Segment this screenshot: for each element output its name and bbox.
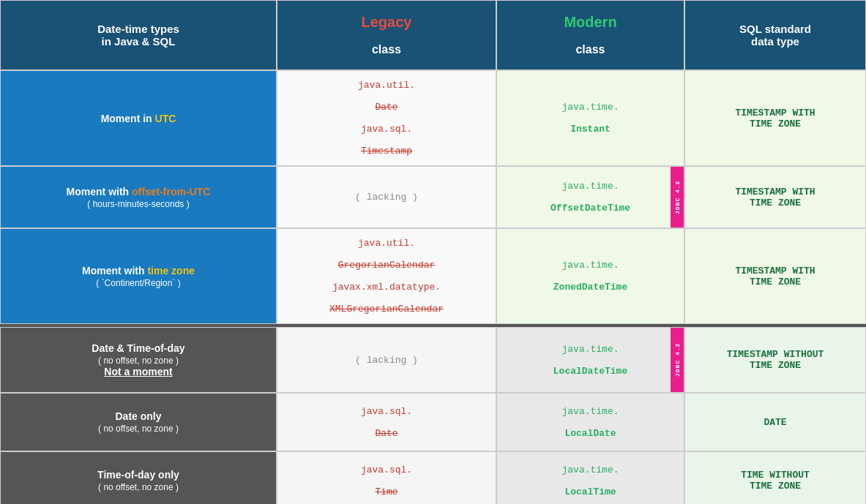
label-time-only: Time-of-day only( no offset, no zone ): [0, 451, 277, 504]
legacy-utc: java.util. Date java.sql. Timestamp: [277, 70, 496, 166]
label-utc: Moment in UTC: [0, 70, 277, 166]
sql-timezone: TIMESTAMP WITHTIME ZONE: [684, 228, 866, 324]
header-col4: SQL standarddata type: [684, 0, 866, 70]
jdbc-badge-offset: JDBC 4.2: [671, 167, 684, 227]
legacy-date-only: java.sql. Date: [277, 393, 496, 451]
modern-utc: java.time. Instant: [496, 70, 684, 166]
header-col4-text: SQL standarddata type: [739, 23, 811, 48]
sql-utc: TIMESTAMP WITHTIME ZONE: [684, 70, 866, 166]
header-col2-class: class: [372, 43, 401, 56]
label-utc-text: Moment in UTC: [101, 113, 176, 124]
modern-offset: java.time. OffsetDateTime JDBC 4.2: [496, 166, 684, 228]
sql-datetime: TIMESTAMP WITHOUTTIME ZONE: [684, 327, 866, 393]
header-col3-modern: Modern: [564, 14, 616, 31]
label-datetime: Date & Time-of-day( no offset, no zone )…: [0, 327, 277, 393]
header-col1-text: Date-time typesin Java & SQL: [97, 23, 179, 48]
legacy-timezone: java.util. GregorianCalendar javax.xml.d…: [277, 228, 496, 324]
legacy-datetime: ( lacking ): [277, 327, 496, 393]
sql-time-only: TIME WITHOUTTIME ZONE: [684, 451, 866, 504]
header-col2-legacy: Legacy: [362, 14, 412, 31]
header-col3-class: class: [575, 43, 605, 56]
modern-datetime: java.time. LocalDateTime JDBC 4.2: [496, 327, 684, 393]
jdbc-badge-datetime: JDBC 4.2: [671, 328, 684, 392]
legacy-time-only: java.sql. Time: [277, 451, 496, 504]
modern-date-only: java.time. LocalDate: [496, 393, 684, 451]
sql-date-only: DATE: [684, 393, 866, 451]
header-col3: Modern class: [496, 0, 684, 70]
label-timezone: Moment with time zone( `Continent/Region…: [0, 228, 277, 324]
header-col2: Legacy class: [277, 0, 496, 70]
label-offset: Moment with offset-from-UTC( hours-minut…: [0, 166, 277, 228]
modern-timezone: java.time. ZonedDateTime: [496, 228, 684, 324]
header-col1: Date-time typesin Java & SQL: [0, 0, 277, 70]
sql-offset: TIMESTAMP WITHTIME ZONE: [684, 166, 866, 228]
label-date-only: Date only( no offset, no zone ): [0, 393, 277, 451]
legacy-offset: ( lacking ): [277, 166, 496, 228]
modern-time-only: java.time. LocalTime: [496, 451, 684, 504]
